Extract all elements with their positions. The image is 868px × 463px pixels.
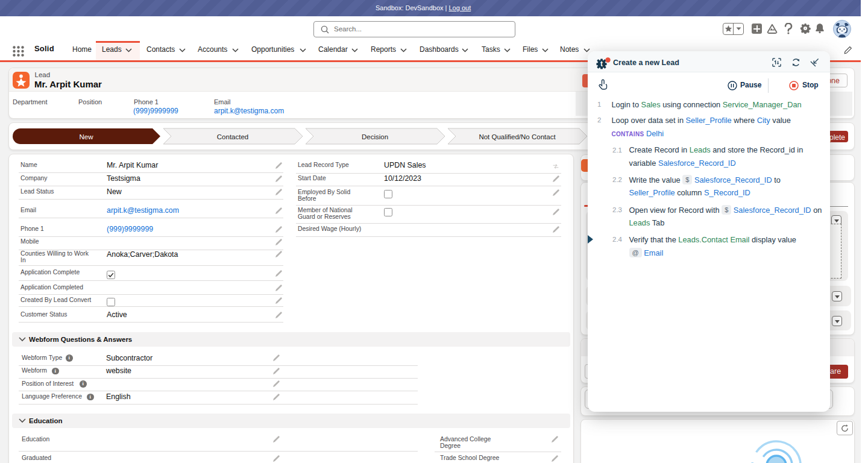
svg-text:New: New — [79, 133, 93, 140]
svg-text:Decision: Decision — [362, 133, 388, 140]
svg-text:t: t — [600, 60, 603, 68]
svg-text:Contacted: Contacted — [217, 133, 248, 140]
svg-text:Not Qualified/No Contact: Not Qualified/No Contact — [479, 133, 556, 140]
